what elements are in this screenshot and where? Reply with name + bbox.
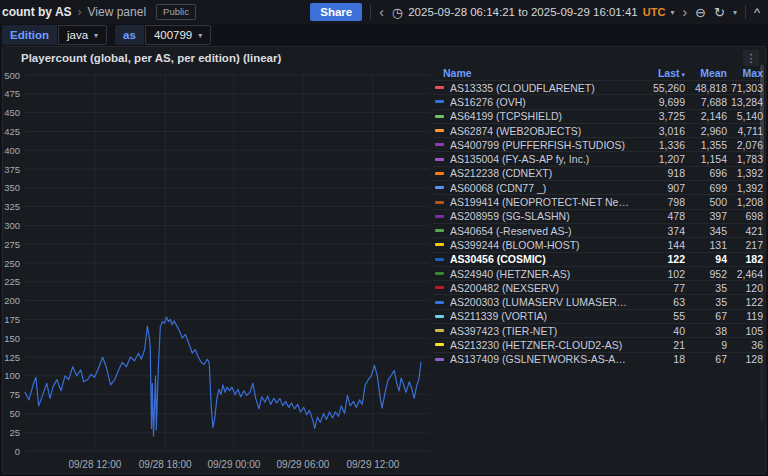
series-color-swatch (435, 343, 444, 346)
column-header-last[interactable]: Last▾ (629, 67, 685, 79)
svg-text:400: 400 (4, 145, 20, 156)
svg-text:75: 75 (9, 389, 20, 400)
edition-value: java (67, 29, 88, 41)
legend-row[interactable]: AS213230 (HETZNER-CLOUD2-AS)21936 (433, 337, 763, 351)
edition-select[interactable]: java ▾ (58, 25, 107, 45)
series-last-value: 907 (629, 182, 685, 194)
series-name[interactable]: AS212238 (CDNEXT) (450, 167, 629, 179)
series-last-value: 55,260 (629, 82, 685, 94)
series-color-swatch (435, 215, 444, 218)
clock-icon: ◷ (392, 6, 403, 19)
series-last-value: 798 (629, 196, 685, 208)
breadcrumb-view-panel: View panel (88, 5, 147, 19)
legend-row[interactable]: AS212238 (CDNEXT)9186961,392 (433, 166, 763, 180)
series-name[interactable]: AS40654 (-Reserved AS-) (450, 225, 629, 237)
breadcrumb-separator-icon: › (78, 5, 82, 19)
series-last-value: 18 (629, 353, 685, 365)
svg-text:09/29 06:00: 09/29 06:00 (277, 459, 330, 470)
legend-row[interactable]: AS13335 (CLOUDFLARENET)55,26048,81871,30… (433, 80, 763, 94)
legend-header-row: Name Last▾ Mean Max (433, 65, 763, 80)
series-last-value: 374 (629, 225, 685, 237)
series-name[interactable]: AS199414 (NEOPROTECT-NET NeoProtect) (450, 196, 629, 208)
column-header-name[interactable]: Name (433, 67, 629, 79)
series-max-value: 36 (727, 339, 763, 351)
column-header-max[interactable]: Max (727, 67, 763, 79)
toolbar-divider (745, 5, 746, 19)
series-name[interactable]: AS16276 (OVH) (450, 96, 629, 108)
legend-row[interactable]: AS400799 (PUFFERFISH-STUDIOS)1,3361,3552… (433, 137, 763, 151)
panel-menu-icon[interactable]: ⋮ (743, 50, 759, 66)
zoom-out-icon[interactable]: ⊖ (695, 6, 706, 19)
series-color-swatch (435, 286, 444, 289)
time-range-picker[interactable]: ◷ 2025-09-28 06:14:21 to 2025-09-29 16:0… (392, 6, 675, 19)
series-mean-value: 35 (685, 296, 727, 308)
legend-row[interactable]: AS200482 (NEXSERV)7735120 (433, 280, 763, 294)
svg-text:425: 425 (4, 126, 20, 137)
legend-row[interactable]: AS40654 (-Reserved AS-)374345421 (433, 223, 763, 237)
time-shift-back-icon[interactable]: ‹ (379, 5, 384, 19)
dashboard-variables-row: Edition java ▾ as 400799 ▾ (2, 24, 211, 46)
legend-row[interactable]: AS199414 (NEOPROTECT-NET NeoProtect)7985… (433, 194, 763, 208)
chevron-down-icon: ▾ (94, 31, 98, 40)
series-max-value: 2,464 (727, 268, 763, 280)
public-badge: Public (156, 4, 196, 20)
svg-text:275: 275 (4, 239, 20, 250)
series-last-value: 3,725 (629, 110, 685, 122)
legend-row[interactable]: AS397423 (TIER-NET)4038105 (433, 323, 763, 337)
series-name[interactable]: AS64199 (TCPSHIELD) (450, 110, 629, 122)
series-name[interactable]: AS137409 (GSLNETWORKS-AS-AP GSL Networks… (450, 353, 629, 365)
series-name[interactable]: AS211339 (VORTIA) (450, 310, 629, 322)
series-name[interactable]: AS400799 (PUFFERFISH-STUDIOS) (450, 139, 629, 151)
breadcrumb-dashboard[interactable]: count by AS (2, 5, 72, 19)
series-name[interactable]: AS213230 (HETZNER-CLOUD2-AS) (450, 339, 629, 351)
legend-row[interactable]: AS30456 (COSMIC)12294182 (433, 252, 763, 266)
svg-text:450: 450 (4, 107, 20, 118)
legend-row[interactable]: AS399244 (BLOOM-HOST)144131217 (433, 237, 763, 251)
series-mean-value: 500 (685, 196, 727, 208)
svg-text:325: 325 (4, 201, 20, 212)
legend-scrollbar-thumb[interactable] (760, 65, 764, 160)
share-button[interactable]: Share (310, 3, 362, 21)
time-shift-forward-icon[interactable]: › (682, 5, 687, 19)
timeseries-chart[interactable]: 0255075100125150175200225250275300325350… (1, 63, 433, 476)
collapse-toolbar-icon[interactable]: ^ (754, 6, 760, 19)
series-max-value: 1,392 (727, 167, 763, 179)
column-header-mean[interactable]: Mean (685, 67, 727, 79)
series-name[interactable]: AS30456 (COSMIC) (450, 253, 629, 265)
series-name[interactable]: AS399244 (BLOOM-HOST) (450, 239, 629, 251)
svg-text:500: 500 (4, 70, 20, 81)
legend-row[interactable]: AS64199 (TCPSHIELD)3,7252,1465,140 (433, 109, 763, 123)
series-name[interactable]: AS397423 (TIER-NET) (450, 325, 629, 337)
svg-text:09/29 00:00: 09/29 00:00 (207, 459, 260, 470)
as-select[interactable]: 400799 ▾ (145, 25, 211, 45)
legend-row[interactable]: AS60068 (CDN77 _)9076991,392 (433, 180, 763, 194)
series-name[interactable]: AS200303 (LUMASERV LUMASERV GmbH) (450, 296, 629, 308)
legend-row[interactable]: AS137409 (GSLNETWORKS-AS-AP GSL Networks… (433, 352, 763, 366)
refresh-icon[interactable]: ↻ (714, 6, 725, 19)
legend-row[interactable]: AS62874 (WEB2OBJECTS)3,0162,9604,711 (433, 123, 763, 137)
series-mean-value: 67 (685, 353, 727, 365)
svg-text:0: 0 (15, 446, 20, 457)
series-name[interactable]: AS24940 (HETZNER-AS) (450, 268, 629, 280)
refresh-interval-chevron-icon[interactable]: ▾ (733, 8, 737, 17)
series-name[interactable]: AS208959 (SG-SLASHN) (450, 210, 629, 222)
series-name[interactable]: AS13335 (CLOUDFLARENET) (450, 82, 629, 94)
legend-row[interactable]: AS200303 (LUMASERV LUMASERV GmbH)6335122 (433, 294, 763, 308)
series-name[interactable]: AS200482 (NEXSERV) (450, 282, 629, 294)
svg-text:125: 125 (4, 352, 20, 363)
legend-row[interactable]: AS24940 (HETZNER-AS)1029522,464 (433, 266, 763, 280)
legend-row[interactable]: AS135004 (FY-AS-AP fy, Inc.)1,2071,1541,… (433, 151, 763, 165)
series-name[interactable]: AS60068 (CDN77 _) (450, 182, 629, 194)
series-name[interactable]: AS135004 (FY-AS-AP fy, Inc.) (450, 153, 629, 165)
legend-row[interactable]: AS16276 (OVH)9,6997,68813,284 (433, 94, 763, 108)
legend-row[interactable]: AS211339 (VORTIA)5567119 (433, 309, 763, 323)
svg-text:250: 250 (4, 258, 20, 269)
series-max-value: 119 (727, 310, 763, 322)
series-color-swatch (435, 315, 444, 318)
series-name[interactable]: AS62874 (WEB2OBJECTS) (450, 125, 629, 137)
series-max-value: 120 (727, 282, 763, 294)
toolbar-divider (370, 5, 371, 19)
series-color-swatch (435, 272, 444, 275)
series-color-swatch (435, 129, 444, 132)
legend-row[interactable]: AS208959 (SG-SLASHN)478397698 (433, 209, 763, 223)
